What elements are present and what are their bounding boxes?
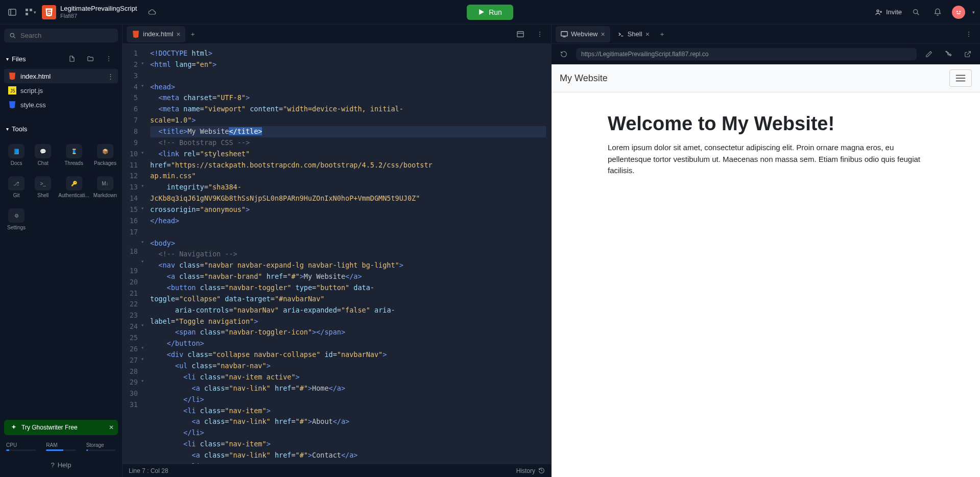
add-tab-button[interactable]: ＋ [655,28,670,41]
file-list: index.html⋮JSscript.jsstyle.css [4,69,118,112]
svg-rect-3 [30,9,32,11]
wrench-icon[interactable] [941,47,955,61]
svg-rect-2 [26,9,28,11]
webview: My Website Welcome to My Website! Lorem … [552,64,980,477]
open-external-icon[interactable] [961,47,975,61]
statusbar: Line 7 : Col 28 History [123,464,551,477]
tool-label: Packages [94,160,116,166]
tool-item[interactable]: 🔑Authenticati... [57,172,90,202]
svg-point-11 [959,11,961,12]
svg-point-14 [108,56,109,57]
invite-button[interactable]: Invite [875,8,902,16]
tools-header[interactable]: ▾ Tools [4,122,118,136]
run-button[interactable]: Run [467,5,513,20]
svg-point-21 [539,32,540,33]
tool-label: Settings [7,225,26,230]
history-button[interactable]: History [516,467,545,474]
tools-grid: 📘Docs💬Chat🧵Threads📦Packages⎇Git>_Shell🔑A… [4,140,118,234]
sync-status-icon[interactable] [145,5,159,19]
tool-item[interactable]: >_Shell [31,172,55,202]
tool-item[interactable]: 📘Docs [4,140,29,170]
new-file-icon[interactable] [65,52,79,66]
tool-item[interactable]: 🧵Threads [57,140,90,170]
more-vertical-icon[interactable] [962,27,976,41]
tab-icon [561,31,568,38]
svg-rect-24 [561,31,567,36]
webview-brand[interactable]: My Website [560,73,608,84]
close-icon[interactable]: × [176,30,180,38]
ghostwriter-label: Try Ghostwriter Free [21,424,78,431]
code-editor[interactable]: 12▾34▾5678910▾111213▾1415▾1617▾18▾192021… [123,44,551,464]
editor-pane: index.html× ＋ 12▾34▾5678910▾111213▾1415▾… [123,25,552,477]
files-label: Files [12,55,26,63]
project-lang-icon [42,5,56,19]
panel-toggle-icon[interactable] [5,5,19,19]
editor-tab[interactable]: index.html× [127,26,185,42]
svg-text:JS: JS [10,89,15,93]
layout-icon[interactable] [513,27,528,41]
tool-item[interactable]: 💬Chat [31,140,55,170]
help-button[interactable]: ? Help [4,457,118,473]
file-icon [8,101,16,109]
webview-body: Lorem ipsum dolor sit amet, consectetur … [608,142,924,177]
svg-point-22 [539,34,540,35]
resource-storage[interactable]: Storage [86,442,116,451]
tool-label: Docs [11,160,22,166]
tool-item[interactable]: 📦Packages [92,140,118,170]
svg-point-8 [914,9,918,13]
tool-icon: 📦 [97,144,113,158]
reload-icon[interactable] [557,47,571,61]
project-info[interactable]: LegitimatePrevailingScript Flafi87 [60,5,137,19]
url-input[interactable]: https://LegitimatePrevailingScript.flafi… [576,48,917,60]
webview-heading: Welcome to My Website! [608,113,924,135]
edit-icon[interactable] [922,47,936,61]
add-tab-button[interactable]: ＋ [185,28,200,41]
notifications-icon[interactable] [930,5,945,19]
svg-line-13 [13,36,15,38]
chevron-down-icon: ▾ [6,126,9,132]
code-content[interactable]: <!DOCTYPE html><html lang="en"> <head> <… [145,44,551,464]
apps-menu-icon[interactable]: ▾ [23,5,38,19]
chevron-down-icon: ▾ [6,56,9,62]
file-icon [8,72,16,80]
tool-item[interactable]: ⚙Settings [4,204,29,234]
tool-label: Threads [64,160,83,166]
preview-tab[interactable]: Shell× [612,26,655,42]
tool-item[interactable]: ⎇Git [4,172,29,202]
search-box[interactable] [4,29,118,42]
svg-rect-0 [9,9,16,15]
more-vertical-icon[interactable] [102,52,116,66]
more-vertical-icon[interactable]: ⋮ [107,73,114,80]
svg-point-12 [10,33,14,37]
resource-ram[interactable]: RAM [46,442,76,451]
resource-cpu[interactable]: CPU [6,442,36,451]
search-input[interactable] [20,32,113,39]
svg-point-15 [108,58,109,59]
tools-label: Tools [12,125,27,133]
file-item[interactable]: style.css [4,98,118,112]
tool-item[interactable]: M↓Markdown [92,172,118,202]
svg-point-5 [877,10,879,12]
file-item[interactable]: JSscript.js [4,83,118,98]
close-icon[interactable]: ✕ [109,424,114,431]
navbar-toggle-button[interactable] [949,69,972,87]
run-label: Run [489,8,502,16]
svg-point-16 [108,60,109,61]
avatar-chevron-icon[interactable]: ▾ [972,10,975,15]
search-icon[interactable] [909,5,923,19]
file-icon: JS [8,86,16,94]
invite-label: Invite [886,8,902,16]
ghostwriter-button[interactable]: Try Ghostwriter Free ✕ [4,420,118,435]
file-item[interactable]: index.html⋮ [4,69,118,83]
svg-point-29 [968,36,969,37]
file-name: index.html [20,73,51,80]
tab-icon [617,31,625,38]
close-icon[interactable]: × [646,30,650,38]
files-header[interactable]: ▾ Files [6,55,26,63]
preview-tab[interactable]: Webview× [556,26,610,42]
new-folder-icon[interactable] [83,52,98,66]
close-icon[interactable]: × [601,30,605,38]
svg-line-9 [917,13,919,15]
avatar[interactable] [952,6,965,19]
more-vertical-icon[interactable] [533,27,547,41]
